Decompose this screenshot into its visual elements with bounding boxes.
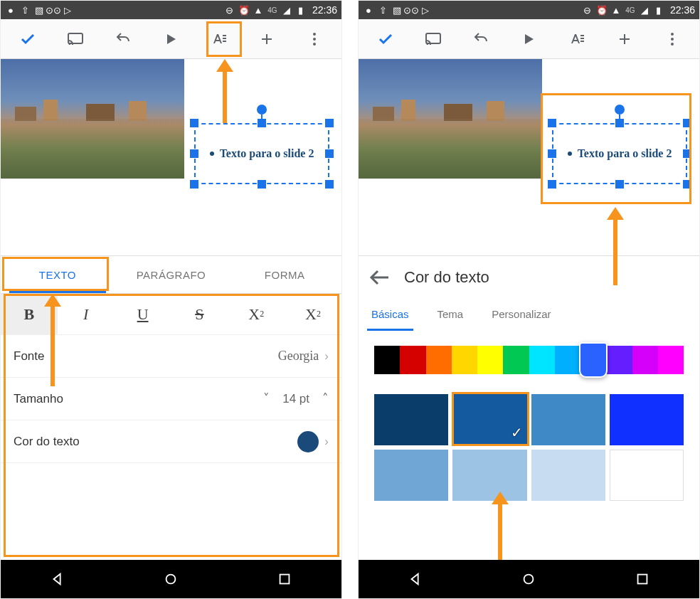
resize-handle[interactable] — [615, 119, 624, 127]
selected-textbox[interactable]: Texto para o slide 2 — [194, 123, 329, 184]
resize-handle[interactable] — [325, 180, 334, 189]
tab-basicas[interactable]: Básicas — [371, 299, 409, 329]
play-icon: ▷ — [420, 4, 431, 16]
recent-button[interactable] — [263, 566, 306, 592]
resize-handle[interactable] — [190, 149, 198, 158]
slide-canvas[interactable]: Texto para o slide 2 — [1, 59, 341, 251]
strike-button[interactable]: S — [171, 294, 228, 334]
dnd-icon: ⊖ — [224, 4, 235, 16]
font-row[interactable]: Fonte Georgia › — [1, 335, 341, 378]
resize-handle[interactable] — [683, 149, 691, 158]
tab-texto[interactable]: TEXTO — [1, 256, 115, 293]
selected-textbox[interactable]: Texto para o slide 2 — [552, 123, 687, 184]
slide-canvas[interactable]: Texto para o slide 2 — [359, 59, 699, 251]
shade-swatch[interactable]: ✓ — [452, 394, 526, 445]
hue-swatch[interactable] — [426, 346, 452, 374]
hue-swatch[interactable] — [606, 346, 632, 374]
add-button[interactable] — [608, 23, 641, 55]
hue-swatch[interactable] — [503, 346, 529, 374]
hue-swatch[interactable] — [477, 346, 503, 374]
shade-swatch[interactable] — [531, 450, 605, 501]
rotate-handle[interactable] — [257, 105, 267, 115]
home-button[interactable] — [507, 566, 550, 592]
resize-handle[interactable] — [325, 119, 334, 127]
size-stepper[interactable]: ˅ 14 pt ˄ — [263, 391, 329, 406]
tab-forma[interactable]: FORMA — [228, 256, 341, 293]
hue-swatch[interactable] — [632, 346, 658, 374]
resize-handle[interactable] — [683, 180, 691, 189]
shade-swatch[interactable] — [610, 450, 684, 501]
panel-back-button[interactable] — [367, 265, 393, 290]
size-row[interactable]: Tamanho ˅ 14 pt ˄ — [1, 378, 341, 420]
text-format-button[interactable] — [203, 23, 235, 55]
resize-handle[interactable] — [258, 119, 266, 127]
subscript-button[interactable]: X2 — [285, 294, 341, 334]
bold-button[interactable]: B — [1, 294, 58, 334]
resize-handle[interactable] — [548, 119, 556, 127]
svg-rect-12 — [280, 575, 290, 584]
undo-button[interactable] — [465, 23, 497, 55]
hue-swatch[interactable] — [400, 346, 425, 374]
hue-swatch[interactable] — [452, 346, 477, 374]
recent-button[interactable] — [621, 566, 664, 592]
alarm-icon: ⏰ — [596, 4, 608, 16]
network-label: 4G — [625, 4, 636, 16]
shade-swatch[interactable] — [374, 394, 448, 445]
resize-handle[interactable] — [325, 149, 334, 158]
shade-swatch[interactable] — [531, 394, 605, 445]
clock: 22:36 — [312, 4, 337, 16]
confirm-button[interactable] — [11, 23, 44, 55]
alarm-icon: ⏰ — [238, 4, 250, 16]
battery-icon: ▮ — [653, 4, 664, 16]
svg-point-22 — [671, 43, 674, 46]
resize-handle[interactable] — [258, 180, 266, 189]
text-color-row[interactable]: Cor do texto › — [1, 420, 341, 463]
svg-rect-16 — [580, 38, 584, 39]
svg-point-25 — [524, 575, 534, 584]
chevron-up-icon[interactable]: ˄ — [322, 391, 329, 406]
italic-button[interactable]: I — [58, 294, 115, 334]
wifi-icon: ▲ — [610, 4, 622, 16]
size-value: 14 pt — [282, 392, 309, 406]
resize-handle[interactable] — [548, 149, 556, 158]
play-button[interactable] — [512, 23, 545, 55]
phone-left: ● ⇧ ▧ ⊙⊙ ▷ ⊖ ⏰ ▲ 4G ◢ ▮ 22:36 — [0, 0, 342, 599]
cast-button[interactable] — [59, 23, 92, 55]
home-button[interactable] — [149, 566, 192, 592]
rotate-handle[interactable] — [615, 105, 625, 115]
add-button[interactable] — [250, 23, 283, 55]
hue-swatch[interactable] — [658, 346, 684, 374]
resize-handle[interactable] — [548, 180, 556, 189]
chevron-down-icon[interactable]: ˅ — [263, 391, 270, 406]
shade-swatch[interactable] — [374, 450, 448, 501]
back-button[interactable] — [36, 566, 79, 592]
play-button[interactable] — [154, 23, 187, 55]
hue-swatch[interactable] — [555, 346, 580, 374]
hue-marker — [579, 342, 608, 378]
superscript-button[interactable]: X2 — [228, 294, 285, 334]
back-button[interactable] — [394, 566, 437, 592]
tab-personalizar[interactable]: Personalizar — [492, 299, 551, 329]
hue-swatch[interactable] — [374, 346, 400, 374]
resize-handle[interactable] — [683, 119, 691, 127]
confirm-button[interactable] — [369, 23, 402, 55]
underline-button[interactable]: U — [115, 294, 171, 334]
messenger-icon: ● — [5, 4, 16, 16]
cast-button[interactable] — [417, 23, 450, 55]
clock: 22:36 — [670, 4, 695, 16]
hue-swatch[interactable] — [529, 346, 555, 374]
resize-handle[interactable] — [615, 180, 624, 189]
tab-paragrafo[interactable]: PARÁGRAFO — [115, 256, 228, 293]
shade-swatch[interactable] — [452, 450, 526, 501]
hue-row[interactable] — [374, 346, 684, 374]
tab-tema[interactable]: Tema — [438, 299, 464, 329]
text-color-swatch — [297, 431, 319, 452]
shade-swatch[interactable] — [610, 394, 684, 445]
resize-handle[interactable] — [190, 180, 198, 189]
more-button[interactable] — [298, 23, 331, 55]
undo-button[interactable] — [107, 23, 139, 55]
more-button[interactable] — [656, 23, 689, 55]
svg-point-20 — [671, 33, 674, 36]
resize-handle[interactable] — [190, 119, 198, 127]
text-format-button[interactable] — [561, 23, 593, 55]
